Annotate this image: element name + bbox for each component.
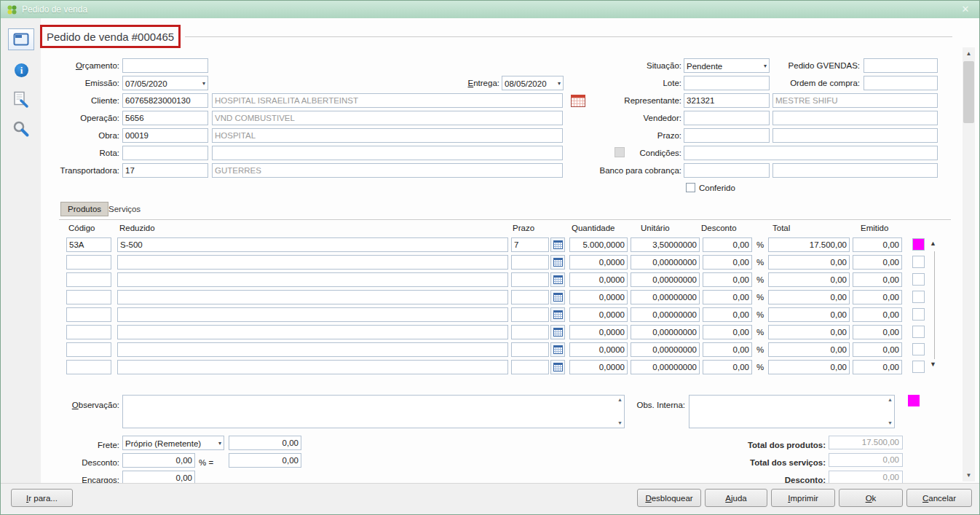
prazo-cell-input[interactable] xyxy=(511,325,549,339)
banco-name-input[interactable] xyxy=(772,163,938,178)
representante-name-input[interactable] xyxy=(772,93,938,108)
rota-name-input[interactable] xyxy=(212,146,563,160)
row-flag[interactable] xyxy=(912,308,925,321)
desconto-cell-input[interactable] xyxy=(703,290,752,304)
obra-code-input[interactable] xyxy=(122,128,208,143)
reduzido-cell-input[interactable] xyxy=(117,342,508,357)
emitido-cell-input[interactable] xyxy=(853,272,902,287)
entrega-select[interactable]: ▾ xyxy=(502,76,564,90)
table-scroll-up-icon[interactable]: ▲ xyxy=(930,240,936,247)
obs-interna-flag[interactable] xyxy=(908,395,920,406)
codigo-cell-input[interactable] xyxy=(66,360,111,374)
codigo-cell-input[interactable] xyxy=(66,255,111,270)
reduzido-cell-input[interactable] xyxy=(117,255,508,270)
emissao-select[interactable]: ▾ xyxy=(122,76,208,90)
emissao-input[interactable] xyxy=(123,77,208,90)
frete-input[interactable] xyxy=(123,437,224,450)
scrollbar-down-icon[interactable]: ▼ xyxy=(963,469,975,481)
emitido-cell-input[interactable] xyxy=(853,255,902,270)
scroll-down-icon[interactable]: ▼ xyxy=(888,420,893,426)
prazo-cell-input[interactable] xyxy=(511,360,549,374)
lote-input[interactable] xyxy=(684,76,770,90)
vendedor-code-input[interactable] xyxy=(684,111,770,125)
frete-select[interactable]: ▾ xyxy=(122,436,224,450)
conferido-checkbox[interactable] xyxy=(686,183,695,192)
row-flag[interactable] xyxy=(912,238,925,251)
quantidade-cell-input[interactable] xyxy=(569,272,628,287)
prazo-cell-input[interactable] xyxy=(511,307,549,322)
operacao-code-input[interactable] xyxy=(122,111,208,125)
calendar-button[interactable] xyxy=(550,325,565,339)
unitario-cell-input[interactable] xyxy=(631,342,700,357)
codigo-cell-input[interactable] xyxy=(66,290,111,304)
desconto-cell-input[interactable] xyxy=(703,307,752,322)
quantidade-cell-input[interactable] xyxy=(569,307,628,322)
obra-name-input[interactable] xyxy=(212,128,563,143)
quantidade-cell-input[interactable] xyxy=(569,237,628,252)
situacao-input[interactable] xyxy=(684,60,769,73)
prazo-cell-input[interactable] xyxy=(511,237,549,252)
titlebar[interactable]: Pedido de venda ✕ xyxy=(1,1,979,18)
table-scroll-track[interactable] xyxy=(934,251,935,359)
calendar-button[interactable] xyxy=(550,290,565,304)
row-flag[interactable] xyxy=(912,291,925,303)
quantidade-cell-input[interactable] xyxy=(569,360,628,374)
prazo-cell-input[interactable] xyxy=(511,272,549,287)
codigo-cell-input[interactable] xyxy=(66,325,111,339)
desbloquear-button[interactable]: Desbloquear xyxy=(637,489,701,507)
table-scroll-down-icon[interactable]: ▼ xyxy=(930,361,936,368)
entrega-input[interactable] xyxy=(502,77,563,90)
window-view-button[interactable] xyxy=(8,28,34,50)
emitido-cell-input[interactable] xyxy=(853,237,902,252)
reduzido-cell-input[interactable] xyxy=(117,272,508,287)
reduzido-cell-input[interactable] xyxy=(117,325,508,339)
transportadora-name-input[interactable] xyxy=(212,163,563,178)
codigo-cell-input[interactable] xyxy=(66,342,111,357)
rota-code-input[interactable] xyxy=(122,146,208,160)
transportadora-code-input[interactable] xyxy=(122,163,208,178)
row-flag[interactable] xyxy=(912,273,925,286)
observacao-textarea[interactable] xyxy=(123,396,624,428)
desconto-perc-input[interactable] xyxy=(122,453,195,468)
calendar-button[interactable] xyxy=(550,342,565,357)
imprimir-button[interactable]: Imprimir xyxy=(771,489,835,507)
codigo-cell-input[interactable] xyxy=(66,237,111,252)
close-icon[interactable]: ✕ xyxy=(957,3,973,16)
quantidade-cell-input[interactable] xyxy=(569,255,628,270)
desconto-cell-input[interactable] xyxy=(703,272,752,287)
prazo-input-2[interactable] xyxy=(772,128,938,143)
calendar-button[interactable] xyxy=(550,272,565,287)
quantidade-cell-input[interactable] xyxy=(569,290,628,304)
obs-interna-textarea[interactable] xyxy=(689,396,894,428)
situacao-select[interactable]: ▾ xyxy=(684,58,770,73)
desconto-valor-input[interactable] xyxy=(229,453,301,468)
observacao-field[interactable]: ▲ ▼ xyxy=(122,395,625,428)
emitido-cell-input[interactable] xyxy=(853,325,902,339)
calendar-button[interactable] xyxy=(550,255,565,270)
ajuda-button[interactable]: Ajuda xyxy=(705,489,767,507)
frete-valor-input[interactable] xyxy=(229,436,301,450)
quantidade-cell-input[interactable] xyxy=(569,325,628,339)
row-flag[interactable] xyxy=(912,326,925,338)
reduzido-cell-input[interactable] xyxy=(117,360,508,374)
emitido-cell-input[interactable] xyxy=(853,307,902,322)
operacao-name-input[interactable] xyxy=(212,111,563,125)
ir-para-button[interactable]: Ir para... xyxy=(11,489,73,507)
representante-code-input[interactable] xyxy=(684,93,770,108)
quantidade-cell-input[interactable] xyxy=(569,342,628,357)
desconto-cell-input[interactable] xyxy=(703,360,752,374)
prazo-input-1[interactable] xyxy=(684,128,770,143)
ordem-compra-input[interactable] xyxy=(864,76,938,90)
vendedor-name-input[interactable] xyxy=(772,111,938,125)
cancelar-button[interactable]: Cancelar xyxy=(906,489,972,507)
emitido-cell-input[interactable] xyxy=(853,290,902,304)
obs-interna-field[interactable]: ▲ ▼ xyxy=(689,395,895,428)
calendar-button[interactable] xyxy=(550,360,565,374)
scrollbar-up-icon[interactable]: ▲ xyxy=(963,47,975,60)
scroll-up-icon[interactable]: ▲ xyxy=(888,397,893,403)
codigo-cell-input[interactable] xyxy=(66,272,111,287)
unitario-cell-input[interactable] xyxy=(631,325,700,339)
banco-code-input[interactable] xyxy=(684,163,770,178)
pedido-gvendas-input[interactable] xyxy=(864,58,938,73)
tab-servicos[interactable]: Serviços xyxy=(108,205,141,213)
